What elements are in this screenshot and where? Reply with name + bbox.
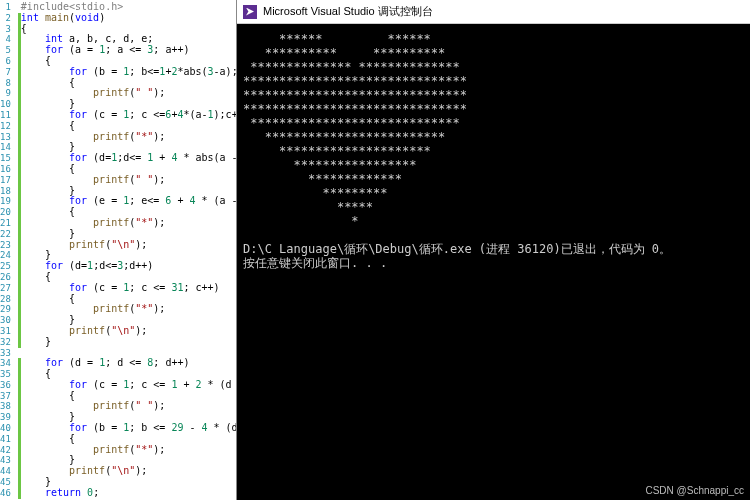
code-content[interactable]: #include<stdio.h>int main(void){ int a, …: [21, 0, 236, 499]
terminal-output[interactable]: ****** ****** ********** ********** ****…: [237, 24, 750, 500]
line-number-gutter: 1234567891011121314151617181920212223242…: [0, 0, 17, 499]
visual-studio-icon: [243, 5, 257, 19]
console-titlebar[interactable]: Microsoft Visual Studio 调试控制台: [237, 0, 750, 24]
debug-console-window: Microsoft Visual Studio 调试控制台 ****** ***…: [236, 0, 750, 500]
watermark: CSDN @Schnappi_cc: [645, 485, 744, 496]
code-editor[interactable]: 1234567891011121314151617181920212223242…: [0, 0, 236, 500]
console-title: Microsoft Visual Studio 调试控制台: [263, 4, 433, 19]
